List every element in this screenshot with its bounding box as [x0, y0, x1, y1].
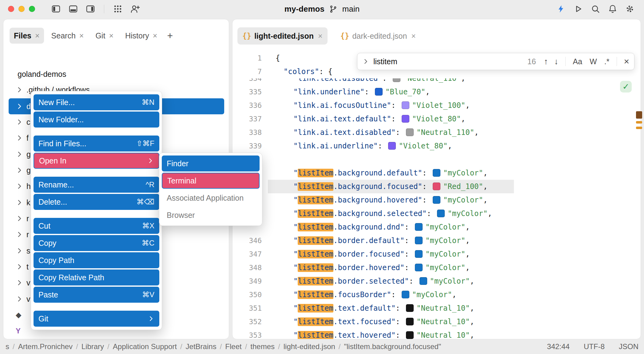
code-line[interactable]: "listItem.background.selected": "myColor… — [233, 207, 641, 220]
caret-position[interactable]: 342:44 — [547, 342, 570, 351]
color-swatch[interactable] — [406, 304, 414, 312]
line-number[interactable]: 338 — [233, 126, 262, 139]
code-line[interactable]: 348"listItem.border.hovered": "myColor", — [233, 261, 641, 274]
code-line[interactable]: 352"listItem.text.focused": "Neutral_10"… — [233, 315, 641, 328]
submenu-item-browser[interactable]: Browser — [162, 207, 260, 223]
menu-item-new-file[interactable]: New File...⌘N — [34, 94, 159, 110]
previous-match-icon[interactable]: ↑ — [544, 57, 548, 66]
settings-gear-icon[interactable] — [625, 4, 635, 14]
file-type[interactable]: JSON — [619, 342, 638, 351]
color-swatch[interactable] — [419, 277, 427, 285]
line-number[interactable]: 335 — [233, 85, 262, 99]
breadcrumb-item[interactable]: "listItem.background.focused" — [344, 342, 441, 351]
menu-item-find-in-files[interactable]: Find in Files...⇧⌘F — [34, 136, 159, 151]
line-number[interactable]: 349 — [233, 274, 262, 288]
submenu-item-finder[interactable]: Finder — [162, 155, 260, 171]
code-line[interactable]: 338"link.ai.text.disabled": "Neutral_110… — [233, 126, 641, 139]
project-name[interactable]: my-demos — [284, 4, 324, 14]
menu-item-copy-relative-path[interactable]: Copy Relative Path — [34, 269, 159, 285]
chevron-right-icon[interactable] — [16, 102, 24, 110]
menu-item-copy[interactable]: Copy⌘C — [34, 235, 159, 251]
menu-item-new-folder[interactable]: New Folder... — [34, 112, 159, 128]
chevron-right-icon[interactable] — [16, 182, 24, 190]
chevron-right-icon[interactable] — [16, 199, 24, 206]
code-line[interactable]: 346"listItem.border.default": "myColor", — [233, 234, 641, 247]
code-line[interactable] — [233, 153, 641, 166]
line-number[interactable]: 347 — [233, 247, 262, 261]
chevron-right-icon[interactable] — [16, 263, 24, 271]
chevron-right-icon[interactable] — [16, 214, 24, 222]
code-line[interactable]: 335"link.underline": "Blue_70", — [233, 85, 641, 99]
breadcrumb-item[interactable]: Library — [81, 342, 104, 351]
line-number[interactable]: 346 — [233, 234, 262, 247]
scrollbar-marker[interactable] — [636, 127, 642, 129]
line-number[interactable]: 339 — [233, 139, 262, 153]
whole-words-button[interactable]: W — [590, 57, 597, 66]
toggle-left-panel-icon[interactable] — [51, 4, 61, 14]
chevron-right-icon[interactable] — [16, 166, 24, 174]
menu-item-cut[interactable]: Cut⌘X — [34, 218, 159, 234]
color-swatch[interactable] — [433, 196, 440, 204]
chevron-right-icon[interactable] — [16, 118, 24, 126]
toggle-right-panel-icon[interactable] — [85, 4, 96, 14]
code-line[interactable]: 337"link.ai.text.default": "Violet_80", — [233, 112, 641, 126]
close-search-icon[interactable]: × — [624, 56, 629, 67]
no-problems-check-icon[interactable]: ✓ — [620, 81, 632, 92]
line-number[interactable]: 348 — [233, 261, 262, 274]
line-number[interactable]: 351 — [233, 301, 262, 315]
code-line[interactable]: 351"listItem.text.default": "Neutral_10"… — [233, 301, 641, 315]
menu-item-copy-path[interactable]: Copy Path — [34, 252, 159, 268]
code-line[interactable]: 347"listItem.border.focused": "myColor", — [233, 247, 641, 261]
breadcrumb-item[interactable]: light-edited.json — [284, 342, 335, 351]
collaborate-add-user-icon[interactable] — [130, 4, 140, 14]
chevron-right-icon[interactable] — [16, 279, 24, 287]
toggle-bottom-panel-icon[interactable] — [68, 4, 78, 14]
color-swatch[interactable] — [415, 264, 423, 271]
color-swatch[interactable] — [437, 210, 445, 217]
workspaces-grid-icon[interactable] — [113, 4, 123, 14]
color-swatch[interactable] — [402, 291, 409, 298]
chevron-right-icon[interactable] — [16, 86, 24, 94]
next-match-icon[interactable]: ↓ — [554, 57, 559, 66]
code-line[interactable]: 353"listItem.text.hovered": "Neutral_10"… — [233, 328, 641, 339]
regex-button[interactable]: .* — [604, 57, 610, 66]
code-line[interactable]: "listItem.background.hovered": "myColor"… — [233, 193, 641, 207]
color-swatch[interactable] — [402, 115, 409, 123]
color-swatch[interactable] — [415, 250, 423, 258]
color-swatch[interactable] — [415, 223, 423, 231]
chevron-right-icon[interactable] — [16, 134, 24, 142]
submenu-item-terminal[interactable]: Terminal — [162, 173, 260, 189]
run-icon[interactable] — [573, 4, 583, 14]
breadcrumb-item[interactable]: s — [6, 342, 9, 351]
line-number[interactable]: 337 — [233, 112, 262, 126]
line-number[interactable]: 353 — [233, 328, 262, 339]
code-line[interactable]: "listItem.background.default": "myColor"… — [233, 166, 641, 180]
match-case-button[interactable]: Aa — [573, 57, 582, 66]
breadcrumb-item[interactable]: themes — [250, 342, 275, 351]
line-number[interactable]: 350 — [233, 288, 262, 301]
color-swatch[interactable] — [388, 142, 396, 150]
breadcrumb-item[interactable]: Artem.Pronichev — [18, 342, 73, 351]
scrollbar-marker[interactable] — [636, 121, 642, 124]
color-swatch[interactable] — [406, 128, 414, 136]
ai-lightning-icon[interactable] — [556, 4, 566, 14]
code-line[interactable]: 350"listItem.focusBorder": "myColor", — [233, 288, 641, 301]
code-line[interactable]: 349"listItem.border.selected": "myColor"… — [233, 274, 641, 288]
code-line[interactable]: 336"link.ai.focusOutline": "Violet_100", — [233, 99, 641, 112]
scrollbar-marker[interactable] — [636, 111, 642, 119]
file-encoding[interactable]: UTF-8 — [584, 342, 605, 351]
chevron-right-icon[interactable] — [16, 295, 24, 303]
chevron-right-icon[interactable] — [16, 247, 24, 255]
breadcrumb-item[interactable]: Fleet — [225, 342, 241, 351]
breadcrumb-item[interactable]: Application Support — [113, 342, 177, 351]
breadcrumb-item[interactable]: JetBrains — [186, 342, 217, 351]
minimize-window-button[interactable] — [18, 6, 25, 12]
submenu-item-associated-application[interactable]: Associated Application — [162, 190, 260, 206]
chevron-right-icon[interactable] — [16, 150, 24, 158]
line-number[interactable]: 7 — [233, 65, 262, 78]
color-swatch[interactable] — [415, 237, 423, 244]
code-line[interactable]: 339"link.ai.underline": "Violet_80", — [233, 139, 641, 153]
line-number[interactable]: 352 — [233, 315, 262, 328]
code-line[interactable]: "listItem.background.focused": "Red_100"… — [233, 180, 641, 193]
zoom-window-button[interactable] — [29, 6, 35, 12]
